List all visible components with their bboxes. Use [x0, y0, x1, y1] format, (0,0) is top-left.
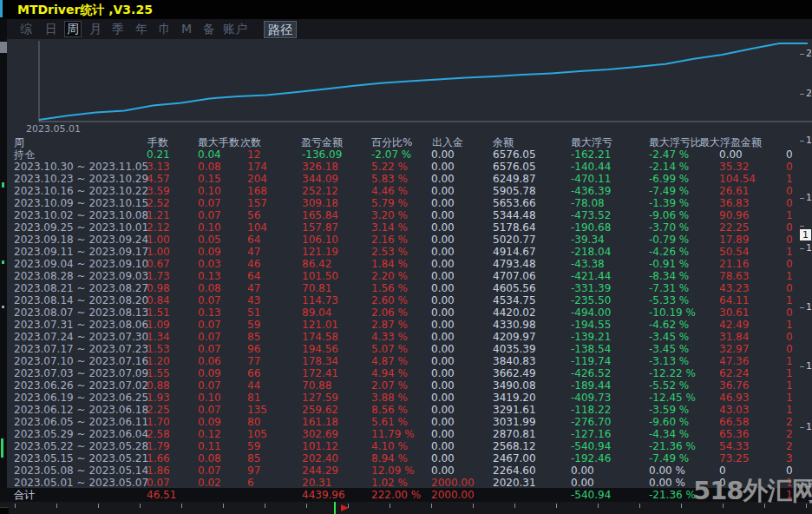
table-row[interactable]: 2023.07.10 ~ 2023.07.161.200.0677178.344… [0, 355, 812, 367]
cell: 43.03 [719, 404, 749, 416]
table-row[interactable]: 2023.09.04 ~ 2023.09.100.670.034686.421.… [0, 258, 812, 270]
right-axis-tick: 1 [800, 193, 812, 202]
cell: 0.00 [431, 209, 455, 221]
table-row[interactable]: 2023.05.15 ~ 2023.05.211.660.0885202.408… [0, 452, 812, 465]
table-row[interactable]: 2023.09.11 ~ 2023.09.171.000.0947121.192… [0, 246, 812, 258]
cell: -5.52 % [649, 379, 689, 392]
table-row[interactable]: 2023.10.30 ~ 2023.11.053.130.08174326.18… [0, 161, 812, 173]
cell: 1.53 [147, 343, 170, 355]
cell: -3.70 % [649, 221, 689, 234]
ruler-tick [390, 504, 390, 508]
cell: 85 [247, 452, 260, 465]
site-watermark: 518外汇网 [693, 474, 812, 509]
table-row[interactable]: 持仓0.210.0412-136.09-2.07 %0.006576.05-16… [0, 148, 812, 161]
menu-item-3[interactable]: 周 [64, 21, 82, 37]
table-row[interactable]: 2023.05.08 ~ 2023.05.141.860.0797244.291… [0, 465, 812, 477]
table-row[interactable]: 2023.07.17 ~ 2023.07.231.530.0796194.565… [0, 343, 812, 355]
row-label: 2023.07.03 ~ 2023.07.09 [14, 367, 148, 379]
cell: 2870.81 [493, 428, 536, 440]
cell: 1 [786, 404, 793, 416]
ruler-tick [98, 504, 99, 508]
cell: 12 [247, 148, 260, 161]
cell: -189.44 [571, 379, 611, 392]
cell: 0.00 [719, 148, 743, 161]
cell: 2 [786, 440, 793, 452]
cell: 4914.67 [493, 246, 536, 258]
cell: 6 [247, 477, 254, 489]
cell: 5905.78 [493, 185, 536, 197]
cell: 5.83 % [371, 173, 408, 185]
table-row[interactable]: 2023.09.18 ~ 2023.09.241.000.0564106.102… [0, 234, 812, 246]
cell: 73.25 [719, 452, 749, 465]
cell: 77 [247, 355, 260, 367]
cell: 1.79 [147, 440, 170, 452]
table-row[interactable]: 2023.10.23 ~ 2023.10.294.570.15204344.09… [0, 173, 812, 185]
cell: 0.84 [147, 294, 170, 306]
cell: 165.84 [302, 209, 338, 221]
cell: 36.83 [719, 197, 749, 209]
cell: 0.00 [431, 367, 455, 379]
right-axis-tick: 1 [800, 135, 812, 145]
table-row[interactable]: 2023.06.05 ~ 2023.06.111.700.0980161.185… [0, 416, 812, 428]
table-row[interactable]: 2023.08.28 ~ 2023.09.031.730.1364101.502… [0, 270, 812, 282]
cell: 2264.60 [493, 465, 536, 477]
cell: -194.55 [571, 319, 611, 331]
table-row[interactable]: 2023.08.21 ~ 2023.08.270.980.084770.811.… [0, 282, 812, 294]
menu-item-8[interactable]: M [181, 22, 192, 36]
path-button[interactable]: 路径 [264, 21, 297, 38]
row-label: 2023.07.17 ~ 2023.07.23 [14, 343, 148, 355]
menu-item-7[interactable]: 巾 [159, 22, 171, 36]
table-row[interactable]: 2023.10.16 ~ 2023.10.223.590.10168252.12… [0, 185, 812, 197]
table-row[interactable]: 2023.07.03 ~ 2023.07.091.550.0966172.414… [0, 367, 812, 379]
table-row[interactable]: 2023.10.09 ~ 2023.10.152.520.07157309.18… [0, 197, 812, 209]
cell: 59 [247, 319, 260, 331]
menu-item-4[interactable]: 月 [89, 22, 102, 36]
right-axis-tick: 1 [800, 243, 812, 253]
cell: 0 [786, 343, 793, 355]
table-row[interactable]: 2023.05.29 ~ 2023.06.042.580.12105302.69… [0, 428, 812, 440]
timeline-marker-line[interactable] [334, 502, 336, 514]
cell: 1.21 [147, 209, 170, 221]
equity-curve-svg [7, 39, 812, 135]
table-row[interactable]: 2023.08.07 ~ 2023.08.131.510.135189.042.… [0, 306, 812, 319]
cell: 1.00 [147, 234, 170, 246]
cell: 5.22 % [371, 161, 408, 173]
cell: 2.60 % [371, 294, 408, 306]
table-row[interactable]: 2023.08.14 ~ 2023.08.200.840.0743114.732… [0, 294, 812, 306]
menu-item-9[interactable]: 备 [203, 22, 215, 36]
table-row[interactable]: 2023.05.01 ~ 2023.05.070.070.02620.311.0… [0, 477, 812, 489]
cell: 54.33 [719, 440, 749, 452]
equity-chart [7, 39, 812, 135]
cell: -5.33 % [649, 294, 689, 306]
table-row[interactable]: 2023.05.22 ~ 2023.05.281.790.1159101.124… [0, 440, 812, 452]
menu-item-2[interactable]: 日 [45, 22, 57, 36]
cell: -43.38 [571, 258, 605, 270]
cell: 0.09 [198, 367, 221, 379]
cell: 0.00 [431, 234, 455, 246]
table-row[interactable]: 2023.10.02 ~ 2023.10.081.210.0756165.843… [0, 209, 812, 221]
cell: 4793.48 [493, 258, 536, 270]
table-row[interactable]: 2023.07.24 ~ 2023.07.301.340.0785174.584… [0, 331, 812, 343]
table-row[interactable]: 2023.06.26 ~ 2023.07.020.880.074470.882.… [0, 379, 812, 392]
cell: 172.41 [302, 367, 338, 379]
cell: 101.50 [302, 270, 338, 282]
cell: 0.08 [198, 161, 221, 173]
table-row[interactable]: 2023.07.31 ~ 2023.08.061.090.0759121.012… [0, 319, 812, 331]
cell: 0 [786, 306, 793, 319]
cell: 0.00 [431, 221, 455, 234]
ruler-tick [181, 504, 182, 508]
cell: 121.19 [302, 246, 338, 258]
cell: 0 [786, 282, 793, 294]
table-row[interactable]: 2023.09.25 ~ 2023.10.012.120.10104157.87… [0, 221, 812, 234]
app-window: MTDriver统计 ,V3.25 综日周月季年巾M备账户路径 2023.05.… [0, 0, 812, 514]
cell: 6576.05 [493, 161, 536, 173]
cell: 2.52 [147, 197, 170, 209]
menu-item-10[interactable]: 账户 [223, 22, 247, 36]
table-row[interactable]: 2023.06.12 ~ 2023.06.182.250.07135259.62… [0, 404, 812, 416]
cell: 47.36 [719, 355, 749, 367]
cell: -421.44 [571, 270, 611, 282]
menu-item-1[interactable]: 综 [20, 22, 32, 36]
table-row[interactable]: 2023.06.19 ~ 2023.06.251.930.1081127.593… [0, 392, 812, 404]
menu-item-6[interactable]: 年 [135, 22, 147, 36]
menu-item-5[interactable]: 季 [112, 22, 124, 36]
